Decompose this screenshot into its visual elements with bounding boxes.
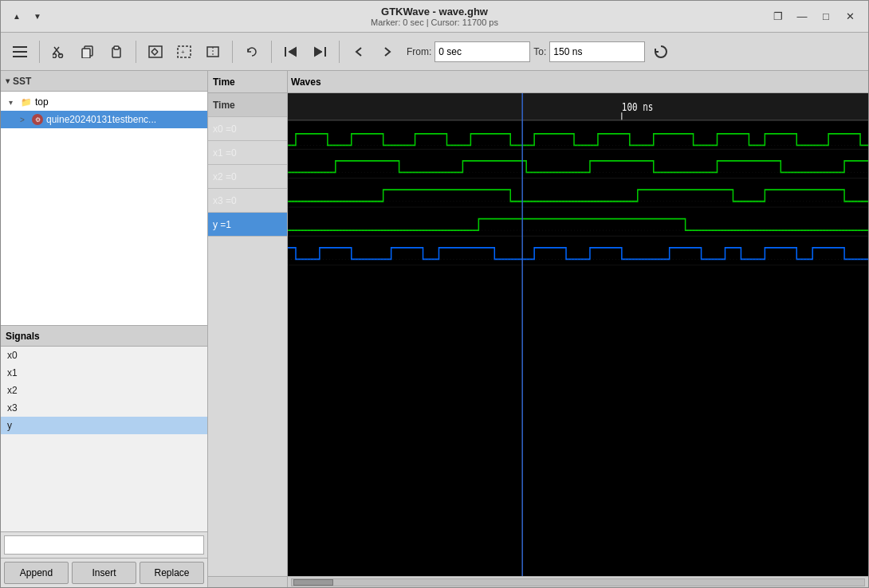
toolbar-sep-1 <box>39 41 40 63</box>
toolbar-sep-3 <box>232 41 233 63</box>
signals-header: Signals <box>1 326 207 347</box>
paste-button[interactable] <box>104 39 129 65</box>
go-start-button[interactable] <box>278 39 304 65</box>
signal-row-y-label: y =1 <box>213 219 231 230</box>
signals-buttons: Append Insert Replace <box>1 558 207 587</box>
folder-icon: 📁 <box>20 96 33 108</box>
from-input[interactable] <box>434 41 530 62</box>
copy-button[interactable] <box>75 39 100 65</box>
sst-item-quine-label: quine20240131testbenc... <box>46 114 156 125</box>
toolbar-sep-2 <box>136 41 136 63</box>
sst-item-quine[interactable]: > ⚙ quine20240131testbenc... <box>1 111 207 128</box>
toolbar: + <box>1 33 868 71</box>
signal-row-time: Time <box>208 93 287 117</box>
signal-label-x0: x0 <box>7 350 18 361</box>
zoom-cursor-button[interactable] <box>200 39 226 65</box>
signals-col-header: Time <box>208 71 288 92</box>
to-input[interactable] <box>549 41 645 62</box>
zoom-fit-button[interactable] <box>143 39 168 65</box>
svg-rect-2 <box>13 56 27 57</box>
signals-bottom-panel: Signals x0 x1 x2 x3 y <box>1 326 207 587</box>
signal-item-y[interactable]: y <box>1 417 207 434</box>
next-button[interactable] <box>375 39 400 65</box>
signal-row-x3[interactable]: x3 =0 <box>208 189 287 213</box>
main-window: ▲ ▼ GTKWave - wave.ghw Marker: 0 sec | C… <box>0 0 869 588</box>
sst-tree[interactable]: ▾ 📁 top > ⚙ quine20240131testbenc... <box>1 92 207 325</box>
replace-button[interactable]: Replace <box>140 562 204 584</box>
signal-row-x1[interactable]: x1 =0 <box>208 141 287 165</box>
signal-item-x3[interactable]: x3 <box>1 399 207 417</box>
titlebar-down-arrow[interactable]: ▼ <box>29 9 45 25</box>
sst-toggle[interactable]: ▾ <box>6 76 10 85</box>
restore-button[interactable]: ❐ <box>768 6 788 27</box>
go-end-button[interactable] <box>307 39 332 65</box>
signal-row-x1-label: x1 =0 <box>213 147 237 159</box>
sst-item-toggle-top[interactable]: ▾ <box>9 98 20 107</box>
undo-button[interactable] <box>239 39 265 65</box>
signal-row-x0-label: x0 =0 <box>213 123 237 135</box>
from-label: From: <box>407 46 431 57</box>
signal-item-x0[interactable]: x0 <box>1 347 207 364</box>
svg-rect-8 <box>82 49 90 58</box>
titlebar-up-arrow[interactable]: ▲ <box>9 9 25 25</box>
titlebar-left: ▲ ▼ <box>9 9 45 25</box>
bottom-scrollbar[interactable] <box>208 576 868 587</box>
toolbar-from-to: From: To: <box>407 41 645 62</box>
waveform-svg: 100 ns <box>288 93 868 576</box>
maximize-button[interactable]: □ <box>816 6 836 27</box>
signal-row-x0[interactable]: x0 =0 <box>208 117 287 141</box>
signal-item-x2[interactable]: x2 <box>1 382 207 399</box>
sst-item-top[interactable]: ▾ 📁 top <box>1 93 207 111</box>
signals-col: Time x0 =0 x1 =0 x2 =0 x3 =0 y <box>208 93 288 576</box>
append-button[interactable]: Append <box>4 562 69 584</box>
toolbar-sep-4 <box>271 41 272 63</box>
titlebar: ▲ ▼ GTKWave - wave.ghw Marker: 0 sec | C… <box>1 1 868 33</box>
svg-rect-10 <box>114 46 119 49</box>
minimize-button[interactable]: — <box>792 6 812 27</box>
titlebar-controls: ❐ — □ ✕ <box>768 6 860 27</box>
to-label: To: <box>533 46 546 57</box>
sst-header: ▾ SST <box>1 71 207 92</box>
signal-row-y[interactable]: y =1 <box>208 213 287 237</box>
signal-label-x2: x2 <box>7 385 18 396</box>
signals-scrollbar <box>208 577 288 588</box>
signal-row-x2-label: x2 =0 <box>213 171 237 182</box>
waves-col-header: Waves <box>288 71 868 92</box>
signal-item-x1[interactable]: x1 <box>1 364 207 382</box>
cut-button[interactable] <box>46 39 72 65</box>
signal-row-x2[interactable]: x2 =0 <box>208 165 287 189</box>
main-area: ▾ SST ▾ 📁 top > <box>1 71 868 587</box>
sst-panel: ▾ SST ▾ 📁 top > <box>1 71 207 326</box>
titlebar-title: GTKWave - wave.ghw <box>371 6 498 18</box>
hamburger-menu-button[interactable] <box>7 39 33 65</box>
scrollbar-track[interactable] <box>291 578 865 586</box>
sst-label: SST <box>13 76 31 87</box>
svg-rect-0 <box>13 46 27 48</box>
signal-row-x3-label: x3 =0 <box>213 195 237 206</box>
signal-label-y: y <box>7 420 12 431</box>
right-panel: Time Waves Time x0 =0 x1 =0 <box>208 71 868 587</box>
insert-button[interactable]: Insert <box>72 562 136 584</box>
signals-list[interactable]: x0 x1 x2 x3 y <box>1 347 207 531</box>
svg-text:+: + <box>181 49 185 56</box>
signal-label-x1: x1 <box>7 367 18 378</box>
svg-rect-11 <box>149 46 162 57</box>
reload-button[interactable] <box>648 39 674 65</box>
svg-point-5 <box>53 53 57 57</box>
search-wrapper: 🔍 <box>4 535 204 555</box>
search-input[interactable] <box>4 535 204 555</box>
svg-rect-1 <box>13 51 27 53</box>
sst-item-toggle-quine[interactable]: > <box>20 116 31 124</box>
toolbar-sep-5 <box>339 41 340 63</box>
waveform-area[interactable]: 100 ns <box>288 93 868 576</box>
signal-row-time-label: Time <box>213 100 235 111</box>
left-panel: ▾ SST ▾ 📁 top > <box>1 71 208 587</box>
scrollbar-thumb[interactable] <box>293 579 333 586</box>
module-icon: ⚙ <box>31 113 44 126</box>
close-button[interactable]: ✕ <box>840 6 860 27</box>
titlebar-subtitle: Marker: 0 sec | Cursor: 11700 ps <box>371 18 498 27</box>
svg-rect-19 <box>288 93 868 120</box>
sst-item-top-label: top <box>35 96 49 108</box>
prev-button[interactable] <box>346 39 372 65</box>
zoom-select-button[interactable]: + <box>171 39 197 65</box>
